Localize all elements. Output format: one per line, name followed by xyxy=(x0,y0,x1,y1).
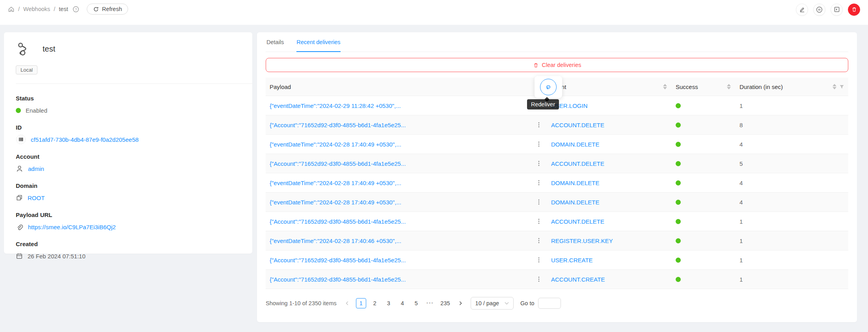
more-actions-icon[interactable] xyxy=(536,141,542,147)
tab-recent-deliveries[interactable]: Recent deliveries xyxy=(296,32,340,52)
barcode-icon xyxy=(16,134,26,145)
filter-icon[interactable] xyxy=(839,84,844,89)
more-actions-icon[interactable] xyxy=(536,122,542,128)
duration-value: 1 xyxy=(739,257,743,263)
webhook-summary-card: test Local Status Enabled ID cf51afd7-73… xyxy=(4,32,252,254)
top-actions xyxy=(796,3,860,16)
event-link[interactable]: ACCOUNT.DELETE xyxy=(551,218,604,225)
table-row[interactable]: {"Account":"71652d92-d3f0-4855-b6d1-4fa1… xyxy=(266,250,848,270)
webhook-header: test xyxy=(17,42,240,56)
more-actions-icon[interactable] xyxy=(536,199,542,205)
payload-link[interactable]: {"eventDateTime":"2024-02-29 11:28:42 +0… xyxy=(270,102,401,109)
page-button[interactable]: 5 xyxy=(411,298,421,308)
success-dot xyxy=(676,238,681,243)
event-link[interactable]: ACCOUNT.CREATE xyxy=(551,276,605,283)
clear-deliveries-button[interactable]: Clear deliveries xyxy=(266,58,848,72)
payload-link[interactable]: {"eventDateTime":"2024-02-28 17:40:49 +0… xyxy=(270,199,401,206)
page-button[interactable]: 1 xyxy=(356,298,366,308)
payload-link[interactable]: {"Account":"71652d92-d3f0-4855-b6d1-4fa1… xyxy=(270,276,406,283)
duration-value: 5 xyxy=(739,160,743,167)
redeliver-tooltip-label: Redeliver xyxy=(531,101,555,108)
next-page-button[interactable] xyxy=(455,298,466,308)
table-row[interactable]: {"eventDateTime":"2024-02-28 17:40:49 +0… xyxy=(266,193,848,212)
section-payload-url: Payload URL https://smee.io/C9LPa7Ei3iB6… xyxy=(16,211,240,232)
delete-button[interactable] xyxy=(848,4,860,16)
refresh-label: Refresh xyxy=(102,6,122,12)
payload-link[interactable]: {"Account":"71652d92-d3f0-4855-b6d1-4fa1… xyxy=(270,160,406,167)
payload-link[interactable]: {"Account":"71652d92-d3f0-4855-b6d1-4fa1… xyxy=(270,122,406,128)
svg-text:?: ? xyxy=(75,7,77,11)
refresh-button[interactable]: Refresh xyxy=(87,4,129,15)
success-dot xyxy=(676,161,681,166)
question-circle-icon[interactable]: ? xyxy=(73,6,79,13)
column-success[interactable]: Success xyxy=(671,83,735,90)
page-ellipsis: ••• xyxy=(425,298,436,308)
more-actions-icon[interactable] xyxy=(536,276,542,282)
event-link[interactable]: ACCOUNT.DELETE xyxy=(551,160,604,167)
delete-icon xyxy=(851,6,857,13)
console-button[interactable] xyxy=(831,4,843,16)
pause-button[interactable] xyxy=(813,4,825,16)
row-actions-popover xyxy=(535,76,562,98)
divider xyxy=(16,83,252,84)
section-status: Status Enabled xyxy=(16,95,240,115)
console-icon xyxy=(834,6,840,13)
table-row[interactable]: {"Account":"71652d92-d3f0-4855-b6d1-4fa1… xyxy=(266,212,848,231)
page-button[interactable]: 2 xyxy=(370,298,380,308)
more-actions-icon[interactable] xyxy=(536,218,542,224)
page-size-select[interactable]: 10 / page xyxy=(471,297,514,310)
event-link[interactable]: DOMAIN.DELETE xyxy=(551,199,600,206)
event-link[interactable]: REGISTER.USER.KEY xyxy=(551,237,613,244)
page-button[interactable]: 235 xyxy=(439,298,451,308)
table-row[interactable]: {"Account":"71652d92-d3f0-4855-b6d1-4fa1… xyxy=(266,270,848,289)
home-icon[interactable] xyxy=(8,6,15,13)
table-row[interactable]: {"eventDateTime":"2024-02-28 17:40:49 +0… xyxy=(266,173,848,193)
sort-caret-icon[interactable] xyxy=(833,84,836,89)
column-duration[interactable]: Duration (in sec) xyxy=(735,83,848,90)
sort-caret-icon[interactable] xyxy=(663,84,667,89)
domain-label: Domain xyxy=(16,182,240,189)
event-link[interactable]: ACCOUNT.DELETE xyxy=(551,122,604,128)
page-button[interactable]: 3 xyxy=(384,298,394,308)
payload-link[interactable]: {"eventDateTime":"2024-02-28 17:40:49 +0… xyxy=(270,141,401,148)
webhook-title: test xyxy=(43,45,55,54)
payload-url-link[interactable]: https://smee.io/C9LPa7Ei3iB6Qj2 xyxy=(28,224,116,230)
event-link[interactable]: DOMAIN.DELETE xyxy=(551,141,600,148)
table-row[interactable]: {"Account":"71652d92-d3f0-4855-b6d1-4fa1… xyxy=(266,154,848,173)
payload-link[interactable]: {"Account":"71652d92-d3f0-4855-b6d1-4fa1… xyxy=(270,257,406,263)
link-icon xyxy=(16,223,23,231)
payload-link[interactable]: {"eventDateTime":"2024-02-28 17:40:49 +0… xyxy=(270,180,401,186)
payload-link[interactable]: {"eventDateTime":"2024-02-28 17:40:46 +0… xyxy=(270,237,401,244)
prev-page-button[interactable] xyxy=(342,298,352,308)
more-actions-icon[interactable] xyxy=(536,180,542,186)
more-actions-icon[interactable] xyxy=(536,160,542,167)
edit-button[interactable] xyxy=(796,4,808,16)
local-tag: Local xyxy=(16,65,37,74)
payload-link[interactable]: {"Account":"71652d92-d3f0-4855-b6d1-4fa1… xyxy=(270,218,406,225)
top-bar: / Webhooks / test ? Refresh xyxy=(0,0,868,25)
table-row[interactable]: {"eventDateTime":"2024-02-28 17:40:46 +0… xyxy=(266,231,848,250)
more-actions-icon[interactable] xyxy=(536,237,542,244)
column-payload[interactable]: Payload xyxy=(266,83,534,90)
domain-link[interactable]: ROOT xyxy=(28,195,45,201)
table-row[interactable]: {"Account":"71652d92-d3f0-4855-b6d1-4fa1… xyxy=(266,115,848,135)
sort-caret-icon[interactable] xyxy=(727,84,731,89)
event-link[interactable]: DOMAIN.DELETE xyxy=(551,180,600,186)
account-link[interactable]: admin xyxy=(28,165,44,172)
tab-details[interactable]: Details xyxy=(266,32,284,52)
table-row[interactable]: {"eventDateTime":"2024-02-28 17:40:49 +0… xyxy=(266,135,848,154)
breadcrumb-webhooks[interactable]: Webhooks xyxy=(23,6,50,12)
redeliver-button[interactable] xyxy=(540,79,557,95)
webhook-icon xyxy=(17,42,31,56)
column-event[interactable]: Event xyxy=(544,83,671,90)
page-button[interactable]: 4 xyxy=(397,298,408,308)
breadcrumb-separator: / xyxy=(54,6,55,12)
more-actions-icon[interactable] xyxy=(536,257,542,263)
goto-page-input[interactable] xyxy=(538,298,561,309)
duration-value: 4 xyxy=(739,199,743,206)
webhook-id-link[interactable]: cf51afd7-730b-4db4-87e9-f0a2d205ee58 xyxy=(31,136,139,143)
success-dot xyxy=(676,219,681,224)
event-link[interactable]: USER.CREATE xyxy=(551,257,593,263)
success-dot xyxy=(676,200,681,205)
user-icon xyxy=(16,165,23,172)
